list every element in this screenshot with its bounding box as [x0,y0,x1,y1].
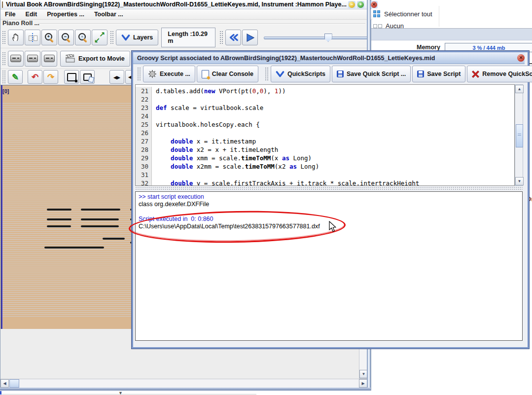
save-quick-script-button[interactable]: Save Quick Script ... [332,66,411,82]
redo-button[interactable]: ↷ [43,70,58,84]
memory-value: 3 % / 444 mb [472,45,505,51]
scroll-left-arrow[interactable]: ◀ [0,379,9,388]
toolbar-drag-handle[interactable] [219,31,224,44]
note-bar[interactable] [47,225,71,227]
menu-file[interactable]: File [5,11,16,18]
script-editor[interactable]: 21d.tables.add(new VPort(pt(0,0), 1))222… [135,84,515,186]
toolbar-drag-handle[interactable] [265,67,269,81]
select-all-grid-icon [373,10,381,18]
code-line: 27 double x = it.timestamp [136,137,514,145]
roll-icon [10,55,21,62]
export-movie-button[interactable]: Export to Movie [60,51,130,67]
horizontal-scrollbar[interactable]: ◀ ▶ [0,379,367,388]
console-line: class org.dexefer.DXFFile [139,201,519,208]
fit-width-button[interactable] [25,30,40,45]
zoom-out-button[interactable]: − [58,30,74,45]
zoom-region-button[interactable]: ▫ [75,30,91,45]
code-line: 28 double x2 = x + it.timeLength [136,145,514,154]
play-icon [245,33,255,42]
toolbar-drag-handle[interactable] [2,31,6,44]
bottom-edge-line [0,394,256,395]
play-button[interactable] [242,30,258,45]
note-bar[interactable] [44,247,104,249]
pencil-tool-button[interactable]: ✎ [8,70,23,84]
note-bar[interactable] [81,209,120,211]
fit-width-icon [28,33,37,42]
note-bar[interactable] [103,238,125,240]
select-rectangle-button[interactable] [64,70,79,84]
line-number: 31 [136,171,152,179]
slider-thumb[interactable] [324,34,332,42]
fit-view-button[interactable]: ↗ ↙ [92,30,107,45]
line-number: 23 [136,104,152,112]
pencil-icon: ✎ [12,72,19,82]
toolbar-drag-handle[interactable] [2,70,6,84]
close-button[interactable]: ✕ [370,1,378,8]
clapperboard-icon [66,54,75,63]
menu-toolbar[interactable]: Toolbar ... [94,11,123,18]
undo-button[interactable]: ↶ [28,70,42,84]
maximize-button[interactable]: + [357,1,364,8]
window-title: Virtual Book ABrownBirdSinging(1922)_Mas… [6,1,347,8]
undo-icon: ↶ [32,72,38,82]
length-label: Length :10.29 m [161,28,215,47]
line-number: 26 [136,129,152,137]
select-all-item[interactable]: Sélectionner tout [373,10,432,18]
floppy-icon [417,71,424,77]
scrollbar-thumb[interactable] [9,379,19,388]
roll-view-2-button[interactable] [25,51,40,67]
zoom-in-button[interactable]: + [41,30,57,45]
toolbar-drag-handle[interactable] [110,31,114,44]
chevron-down-icon [276,71,284,77]
dialog-titlebar[interactable]: Groovy Script associated to ABrownBirdSi… [133,52,525,64]
position-slider[interactable] [264,33,368,42]
roll-view-1-button[interactable] [8,51,24,67]
floppy-icon [337,71,344,77]
scroll-right-arrow[interactable]: ▶ [359,379,367,388]
dialog-close-button[interactable]: ✕ [517,54,525,62]
scroll-down-arrow[interactable]: ▼ [515,177,524,185]
line-number: 32 [136,179,152,186]
roll-icon [44,55,55,62]
layers-button[interactable]: Layers [116,30,158,45]
roll-view-3-button[interactable] [41,51,57,67]
minimize-button[interactable]: − [348,1,355,8]
menu-bar: File Edit Properties ... Toolbar ... [0,9,372,20]
copy-selection-button[interactable] [80,70,95,84]
clear-console-button[interactable]: Clear Console [197,66,258,82]
line-number: 22 [136,95,152,104]
execute-button[interactable]: Execute ... [143,66,195,82]
splitter-collapse-arrow[interactable]: ▼ [118,391,123,395]
note-bar[interactable] [81,218,119,220]
toolbar-drag-handle[interactable] [2,52,6,66]
note-bar[interactable] [81,225,119,227]
editor-console-splitter[interactable] [135,186,523,191]
remove-quickscripts-button[interactable]: Remove QuickScripts [467,66,532,82]
select-none-icon [373,24,382,28]
select-all-label: Sélectionner tout [384,10,432,18]
piano-roll-panel-title: Piano Roll ... [2,20,39,27]
menu-edit[interactable]: Edit [26,11,37,18]
maximize-icon: + [357,1,364,8]
copy-selection-icon [83,73,92,81]
code-line: 30 double x2mm = scale.timeToMM(x2 as Lo… [136,162,514,171]
expand-selection-button[interactable]: ◂▸ [109,70,124,84]
hand-icon [11,33,21,42]
line-number: 21 [136,87,152,95]
note-bar[interactable] [47,209,71,211]
note-bar[interactable] [47,218,71,220]
rewind-button[interactable] [225,30,241,45]
close-icon: ✕ [371,1,377,8]
window-titlebar[interactable]: Virtual Book ABrownBirdSinging(1922)_Mas… [0,0,368,9]
toolbar-drag-handle[interactable] [137,67,142,81]
quickscripts-button[interactable]: QuickScripts [271,66,330,82]
hand-tool-button[interactable] [8,30,24,45]
scroll-up-arrow[interactable]: ▲ [515,85,524,93]
scrollbar-thumb[interactable] [516,124,523,147]
slider-track[interactable] [264,36,368,39]
editor-scrollbar[interactable]: ▲ ▼ [515,84,523,186]
save-script-button[interactable]: Save Script [412,66,465,82]
code-line: 24 [136,112,514,120]
menu-properties[interactable]: Properties ... [47,11,84,18]
select-rectangle-icon [67,73,76,81]
